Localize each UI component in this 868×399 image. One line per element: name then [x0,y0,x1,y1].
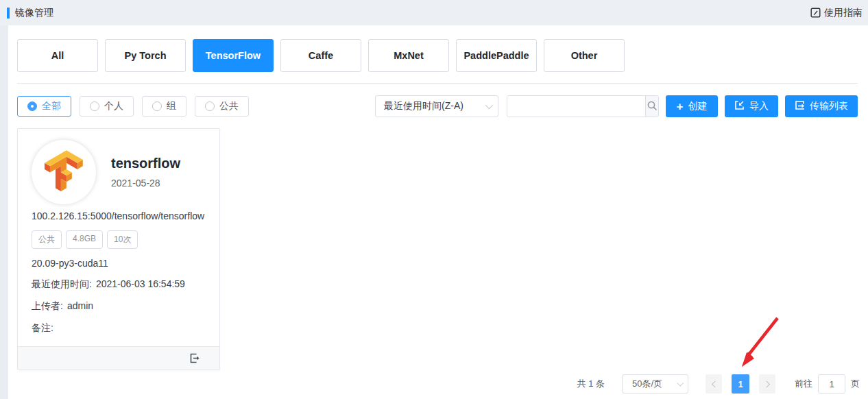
scope-radio-group[interactable]: 组 [142,96,186,117]
scope-radio-personal[interactable]: 个人 [80,96,134,117]
radio-icon [152,101,162,111]
last-used-label: 最近使用时间: [32,278,92,289]
page-jumper: 前往 页 [795,374,860,394]
tab-mxnet[interactable]: MxNet [368,39,449,72]
sort-select-value: 最近使用时间(Z-A) [384,100,463,112]
radio-label: 公共 [219,100,239,112]
page-size-value: 50条/页 [632,378,662,390]
chevron-left-icon [711,380,718,387]
top-header-bar: 镜像管理 使用指南 [0,0,868,25]
tab-caffe[interactable]: Caffe [280,39,361,72]
prev-page-button[interactable] [706,374,722,394]
image-registry-path: 100.2.126.15:5000/tensorflow/tensorflow [18,210,219,221]
usage-count-badge: 10次 [107,230,138,249]
search-input[interactable] [507,96,645,117]
image-date: 2021-05-28 [111,178,180,189]
transfer-list-button-label: 传输列表 [810,100,848,112]
card-detail-lines: 20.09-py3-cuda11 最近使用时间:2021-06-03 16:54… [18,258,219,335]
guide-label: 使用指南 [824,7,863,19]
search-button[interactable] [645,96,658,117]
radio-label: 全部 [42,100,61,112]
remark-line: 备注: [32,322,206,335]
main-content: All Py Torch TensorFlow Caffe MxNet Padd… [8,25,868,370]
tabs-divider [17,83,858,84]
search-box [507,95,659,117]
last-used-value: 2021-06-03 16:54:59 [96,278,185,289]
visibility-badge: 公共 [32,230,62,249]
search-icon [647,100,658,113]
size-badge: 4.8GB [66,230,103,249]
image-tag: 20.09-py3-cuda11 [32,258,206,269]
uploader-label: 上传者: [32,300,63,311]
plus-icon: + [677,101,684,112]
export-icon[interactable] [189,352,201,364]
page-size-select[interactable]: 50条/页 [622,374,688,394]
next-page-button[interactable] [759,374,775,394]
chevron-right-icon [763,380,770,387]
page-title-block: 镜像管理 [7,7,53,19]
chevron-down-icon [485,101,493,109]
chevron-down-icon [677,380,684,387]
tab-all[interactable]: All [17,39,98,72]
sort-select[interactable]: 最近使用时间(Z-A) [375,95,498,117]
card-header: tensorflow 2021-05-28 [18,129,219,204]
total-count-label: 共 1 条 [577,378,605,390]
badge-row: 公共 4.8GB 10次 [32,230,206,249]
tab-tensorflow[interactable]: TensorFlow [193,39,274,72]
title-accent-bar [7,8,10,19]
framework-tab-bar: All Py Torch TensorFlow Caffe MxNet Padd… [17,25,858,72]
scope-radio-public[interactable]: 公共 [195,96,249,117]
page-title: 镜像管理 [15,7,53,19]
create-button[interactable]: + 创建 [666,95,718,117]
pagination-bar: 共 1 条 50条/页 1 前往 页 [577,374,860,394]
import-button-label: 导入 [749,100,769,112]
remark-label: 备注: [32,322,53,333]
goto-page-input[interactable] [818,374,845,394]
guide-icon [810,8,821,18]
radio-label: 个人 [104,100,123,112]
goto-label: 前往 [795,378,812,390]
radio-icon [27,101,37,111]
card-title-block: tensorflow 2021-05-28 [111,156,180,189]
image-name: tensorflow [111,156,180,171]
pager: 1 [706,374,775,394]
radio-label: 组 [167,100,176,112]
radio-icon [205,101,215,111]
radio-icon [90,101,99,111]
left-edge-strip [0,25,8,399]
import-button[interactable]: 导入 [725,95,778,117]
tab-other[interactable]: Other [544,39,625,72]
user-guide-link[interactable]: 使用指南 [810,7,863,19]
uploader-line: 上传者:admin [32,300,206,313]
scope-radio-all[interactable]: 全部 [17,96,71,117]
import-icon [734,100,745,112]
transfer-list-icon [795,100,805,112]
tab-pytorch[interactable]: Py Torch [105,39,186,72]
toolbar: 全部 个人 组 公共 最近使用时间(Z-A) [17,95,858,117]
last-used-line: 最近使用时间:2021-06-03 16:54:59 [32,278,206,291]
tab-paddlepaddle[interactable]: PaddlePaddle [456,39,537,72]
image-card-tensorflow[interactable]: tensorflow 2021-05-28 100.2.126.15:5000/… [17,128,220,370]
goto-unit-label: 页 [851,378,860,390]
transfer-list-button[interactable]: 传输列表 [785,95,858,117]
page-number-1[interactable]: 1 [732,374,749,394]
create-button-label: 创建 [688,100,707,112]
tensorflow-logo-icon [32,140,96,204]
card-footer [18,346,219,370]
uploader-value: admin [67,300,93,311]
